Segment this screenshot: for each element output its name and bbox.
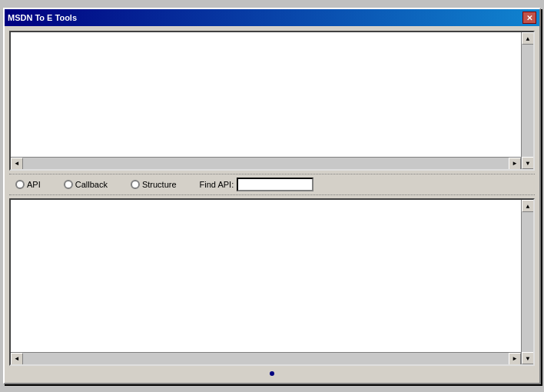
top-vscroll-down-arrow[interactable]: ▼ bbox=[522, 157, 534, 169]
find-api-input[interactable] bbox=[237, 178, 313, 191]
top-vscrollbar[interactable]: ▲ ▼ bbox=[521, 32, 533, 169]
bottom-hscroll-track[interactable] bbox=[23, 353, 509, 364]
bottom-text-area-container: ▲ ▼ ◄ ► bbox=[9, 198, 535, 366]
radio-callback-label: Callback bbox=[75, 180, 108, 189]
top-vscroll-up-arrow[interactable]: ▲ bbox=[522, 32, 534, 45]
bottom-vscroll-up-arrow[interactable]: ▲ bbox=[522, 200, 534, 212]
bottom-hscroll-left-arrow[interactable]: ◄ bbox=[11, 353, 23, 365]
radio-callback-item: Callback bbox=[64, 180, 108, 189]
top-hscroll-right-arrow[interactable]: ► bbox=[509, 158, 521, 170]
close-icon: ✕ bbox=[526, 14, 532, 22]
radio-callback[interactable] bbox=[64, 180, 73, 189]
radio-structure-item: Structure bbox=[131, 180, 177, 189]
controls-row: API Callback Structure Find API: bbox=[9, 174, 535, 195]
title-bar: MSDN To E Tools ✕ bbox=[5, 9, 539, 26]
top-hscroll-track[interactable] bbox=[23, 158, 509, 169]
bottom-hscroll-right-arrow[interactable]: ► bbox=[509, 353, 521, 365]
radio-structure[interactable] bbox=[131, 180, 140, 189]
window-body: ▲ ▼ ◄ ► API Callback bbox=[5, 26, 539, 383]
bottom-hscrollbar[interactable]: ◄ ► bbox=[11, 352, 521, 364]
top-hscroll-left-arrow[interactable]: ◄ bbox=[11, 158, 23, 170]
radio-api-label: API bbox=[27, 180, 41, 189]
radio-structure-label: Structure bbox=[142, 180, 177, 189]
bottom-vscroll-track[interactable] bbox=[522, 212, 533, 352]
main-window: MSDN To E Tools ✕ ▲ ▼ ◄ ► bbox=[3, 8, 541, 384]
radio-api-item: API bbox=[15, 180, 41, 189]
close-button[interactable]: ✕ bbox=[522, 12, 536, 24]
status-dot bbox=[270, 371, 274, 376]
status-bar bbox=[9, 369, 535, 378]
window-title: MSDN To E Tools bbox=[8, 13, 77, 22]
radio-api[interactable] bbox=[15, 180, 25, 189]
bottom-vscroll-down-arrow[interactable]: ▼ bbox=[522, 352, 534, 364]
top-hscrollbar[interactable]: ◄ ► bbox=[11, 157, 521, 169]
top-text-area[interactable] bbox=[11, 32, 533, 169]
bottom-text-area[interactable] bbox=[11, 200, 521, 352]
find-api-label: Find API: bbox=[200, 180, 234, 189]
top-text-area-container: ▲ ▼ ◄ ► bbox=[9, 31, 535, 171]
top-vscroll-track[interactable] bbox=[522, 45, 533, 157]
title-bar-title: MSDN To E Tools bbox=[8, 13, 77, 22]
bottom-vscrollbar[interactable]: ▲ ▼ bbox=[521, 200, 533, 364]
